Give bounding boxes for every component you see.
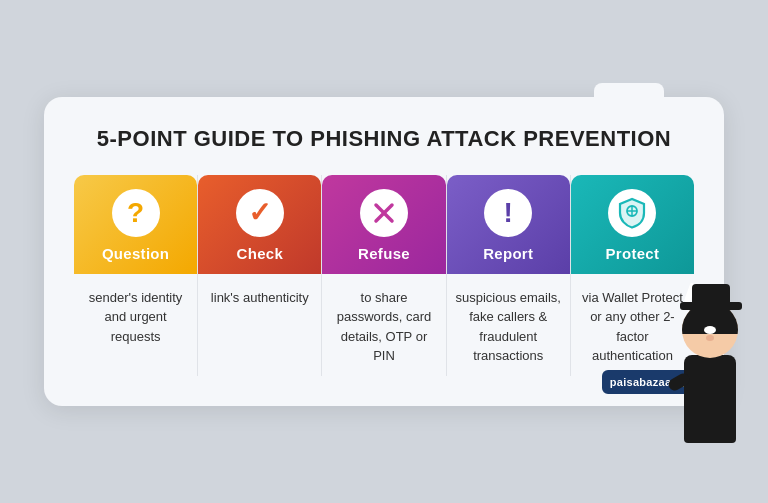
column-report: !Reportsuspicious emails, fake callers &… [447, 175, 571, 376]
exclaim-icon: ! [504, 197, 513, 229]
col-header-refuse: Refuse [322, 175, 445, 274]
thief-head [682, 302, 738, 358]
column-check: ✓Checklink's authenticity [198, 175, 322, 376]
thief-eye [704, 326, 716, 334]
thief-hat-top [692, 284, 730, 302]
col-label-protect: Protect [606, 245, 660, 262]
check-icon: ✓ [248, 196, 271, 229]
shield-icon [617, 197, 647, 229]
col-body-report: suspicious emails, fake callers & fraudu… [447, 274, 570, 376]
main-card: 5-POINT GUIDE TO PHISHING ATTACK PREVENT… [44, 97, 724, 406]
thief-nose [706, 335, 714, 341]
thief-body [684, 355, 736, 443]
col-body-check: link's authenticity [203, 274, 317, 376]
col-label-refuse: Refuse [358, 245, 410, 262]
col-header-check: ✓Check [198, 175, 321, 274]
col-body-question: sender's identity and urgent requests [74, 274, 197, 376]
x-icon [369, 198, 399, 228]
columns-container: ?Questionsender's identity and urgent re… [74, 175, 694, 376]
page-title: 5-POINT GUIDE TO PHISHING ATTACK PREVENT… [74, 125, 694, 153]
col-header-question: ?Question [74, 175, 197, 274]
col-label-question: Question [102, 245, 169, 262]
column-question: ?Questionsender's identity and urgent re… [74, 175, 198, 376]
question-icon: ? [127, 197, 144, 229]
col-label-report: Report [483, 245, 533, 262]
thief-illustration [663, 273, 748, 443]
icon-circle-refuse [360, 189, 408, 237]
icon-circle-report: ! [484, 189, 532, 237]
icon-circle-protect [608, 189, 656, 237]
column-refuse: Refuseto share passwords, card details, … [322, 175, 446, 376]
col-header-report: !Report [447, 175, 570, 274]
col-label-check: Check [237, 245, 284, 262]
col-header-protect: Protect [571, 175, 694, 274]
icon-circle-question: ? [112, 189, 160, 237]
icon-circle-check: ✓ [236, 189, 284, 237]
thief-hat-brim [680, 302, 742, 310]
col-body-refuse: to share passwords, card details, OTP or… [322, 274, 445, 376]
